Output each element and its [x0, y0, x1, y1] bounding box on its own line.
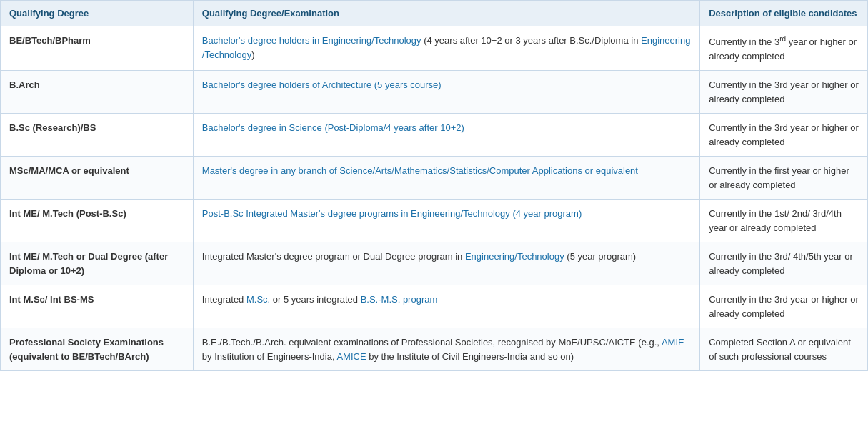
examination-cell: Master's degree in any branch of Science…	[193, 157, 699, 200]
degree-cell: MSc/MA/MCA or equivalent	[1, 157, 194, 200]
degree-cell: Int ME/ M.Tech (Post-B.Sc)	[1, 200, 194, 242]
header-qualifying-examination: Qualifying Degree/Examination	[193, 1, 699, 26]
examination-cell: Integrated Master's degree program or Du…	[193, 242, 699, 285]
degree-cell: Int M.Sc/ Int BS-MS	[1, 285, 194, 328]
description-cell: Currently in the 3rd year or higher or a…	[700, 26, 868, 71]
degree-cell: Int ME/ M.Tech or Dual Degree (after Dip…	[1, 242, 194, 285]
table-row: MSc/MA/MCA or equivalentMaster's degree …	[1, 157, 868, 200]
table-header-row: Qualifying Degree Qualifying Degree/Exam…	[1, 1, 868, 26]
qualifying-degree-table: Qualifying Degree Qualifying Degree/Exam…	[0, 0, 868, 371]
examination-cell: Bachelor's degree holders in Engineering…	[193, 26, 699, 71]
examination-cell: B.E./B.Tech./B.Arch. equivalent examinat…	[193, 328, 699, 371]
table-row: Professional Society Examinations (equiv…	[1, 328, 868, 371]
header-qualifying-degree: Qualifying Degree	[1, 1, 194, 26]
table-row: Int M.Sc/ Int BS-MSIntegrated M.Sc. or 5…	[1, 285, 868, 328]
header-description: Description of eligible candidates	[700, 1, 868, 26]
table-row: BE/BTech/BPharmBachelor's degree holders…	[1, 26, 868, 71]
examination-cell: Integrated M.Sc. or 5 years integrated B…	[193, 285, 699, 328]
degree-cell: B.Sc (Research)/BS	[1, 114, 194, 157]
description-cell: Completed Section A or equivalent of suc…	[700, 328, 868, 371]
degree-cell: BE/BTech/BPharm	[1, 26, 194, 71]
description-cell: Currently in the 3rd year or higher or a…	[700, 114, 868, 157]
description-cell: Currently in the 3rd/ 4th/5th year or al…	[700, 242, 868, 285]
description-cell: Currently in the first year or higher or…	[700, 157, 868, 200]
examination-cell: Bachelor's degree in Science (Post-Diplo…	[193, 114, 699, 157]
table-row: Int ME/ M.Tech or Dual Degree (after Dip…	[1, 242, 868, 285]
table-row: B.Sc (Research)/BSBachelor's degree in S…	[1, 114, 868, 157]
degree-cell: B.Arch	[1, 71, 194, 114]
examination-cell: Post-B.Sc Integrated Master's degree pro…	[193, 200, 699, 242]
description-cell: Currently in the 1st/ 2nd/ 3rd/4th year …	[700, 200, 868, 242]
table-row: B.ArchBachelor's degree holders of Archi…	[1, 71, 868, 114]
table-row: Int ME/ M.Tech (Post-B.Sc)Post-B.Sc Inte…	[1, 200, 868, 242]
degree-cell: Professional Society Examinations (equiv…	[1, 328, 194, 371]
description-cell: Currently in the 3rd year or higher or a…	[700, 71, 868, 114]
examination-cell: Bachelor's degree holders of Architectur…	[193, 71, 699, 114]
description-cell: Currently in the 3rd year or higher or a…	[700, 285, 868, 328]
